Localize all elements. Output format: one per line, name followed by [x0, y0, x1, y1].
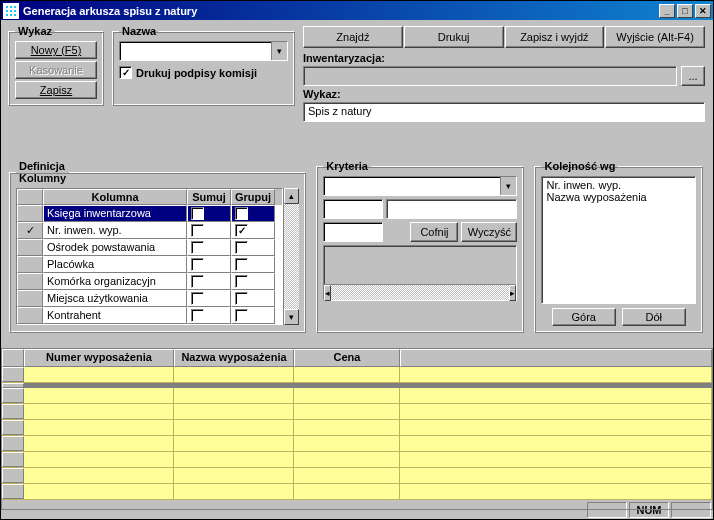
def-row[interactable]: Księga inwentarzowa [17, 205, 282, 222]
maximize-button[interactable]: □ [677, 4, 693, 18]
kolejnosc-group: Kolejność wg Nr. inwen. wyp. Nazwa wypos… [534, 160, 703, 333]
window-title: Generacja arkusza spisu z natury [23, 5, 657, 17]
nazwa-legend: Nazwa [119, 25, 159, 37]
cofnij-button[interactable]: Cofnij [410, 222, 458, 242]
table-row[interactable] [2, 468, 712, 484]
def-cell-grupuj[interactable] [231, 273, 275, 290]
inwentaryzacja-label: Inwentaryzacja: [303, 52, 385, 64]
minimize-button[interactable]: _ [659, 4, 675, 18]
app-icon [3, 3, 19, 19]
kasowanie-button: Kasowanie [15, 61, 97, 79]
dg-col-nazwa[interactable]: Nazwa wyposażenia [174, 349, 294, 367]
zapisz-button[interactable]: Zapisz [15, 81, 97, 99]
wykaz-label: Wykaz: [303, 88, 341, 100]
kolejnosc-listbox[interactable]: Nr. inwen. wyp. Nazwa wyposażenia [541, 176, 696, 304]
data-grid: Numer wyposażenia Nazwa wyposażenia Cena [1, 348, 713, 510]
wykaz-input[interactable]: Spis z natury [303, 102, 705, 122]
scroll-left-icon[interactable] [324, 285, 331, 301]
def-cell-grupuj[interactable] [231, 205, 275, 222]
nowy-button[interactable]: Nowy (F5) [15, 41, 97, 59]
list-item[interactable]: Nazwa wyposażenia [544, 191, 693, 203]
definicja-group: DefinicjaKolumny Kolumna Sumuj Grupuj Ks… [9, 160, 306, 333]
drukuj-podpisy-checkbox[interactable]: ✓ [119, 66, 132, 79]
nazwa-input[interactable] [120, 42, 271, 60]
wykaz-group: Wykaz Nowy (F5) Kasowanie Zapisz [8, 25, 104, 106]
inwentaryzacja-field [303, 66, 677, 86]
def-scrollbar[interactable] [283, 188, 299, 325]
def-row[interactable]: Placówka [17, 256, 282, 273]
col-header-kolumna[interactable]: Kolumna [43, 189, 187, 205]
list-item[interactable]: Nr. inwen. wyp. [544, 179, 693, 191]
table-row[interactable] [2, 452, 712, 468]
def-cell-grupuj[interactable] [231, 290, 275, 307]
def-cell-sumuj[interactable] [187, 222, 231, 239]
table-row[interactable] [2, 420, 712, 436]
col-header-sumuj[interactable]: Sumuj [187, 189, 231, 205]
nazwa-group: Nazwa ✓ Drukuj podpisy komisji [112, 25, 295, 106]
wyczysc-button[interactable]: Wyczyść [461, 222, 517, 242]
def-row[interactable]: Kontrahent [17, 307, 282, 324]
kryteria-legend: Kryteria [323, 160, 371, 172]
scroll-up-icon[interactable] [284, 188, 299, 204]
def-cell-sumuj[interactable] [187, 307, 231, 324]
def-cell-name: Ośrodek powstawania [43, 239, 187, 256]
inwentaryzacja-browse-button[interactable]: ... [681, 66, 705, 86]
wykaz-legend: Wykaz [15, 25, 55, 37]
dg-col-numer[interactable]: Numer wyposażenia [24, 349, 174, 367]
gora-button[interactable]: Góra [552, 308, 616, 326]
scroll-down-icon[interactable] [284, 309, 299, 325]
def-cell-name: Miejsca użytkowania [43, 290, 187, 307]
znajdz-button[interactable]: Znajdź [303, 26, 403, 48]
def-row[interactable]: Ośrodek powstawania [17, 239, 282, 256]
def-cell-name: Kontrahent [43, 307, 187, 324]
def-cell-sumuj[interactable] [187, 290, 231, 307]
close-button[interactable]: ✕ [695, 4, 711, 18]
kryteria-combo-1[interactable] [323, 176, 517, 196]
definicja-legend: DefinicjaKolumny [16, 160, 69, 184]
kryteria-group: Kryteria [316, 160, 524, 333]
dg-col-cena[interactable]: Cena [294, 349, 400, 367]
def-cell-grupuj[interactable] [231, 239, 275, 256]
chevron-down-icon[interactable] [500, 177, 516, 195]
titlebar: Generacja arkusza spisu z natury _ □ ✕ [1, 1, 713, 20]
drukuj-podpisy-label: Drukuj podpisy komisji [136, 67, 257, 79]
table-row[interactable] [2, 436, 712, 452]
def-row[interactable]: Komórka organizacyjn [17, 273, 282, 290]
def-cell-sumuj[interactable] [187, 205, 231, 222]
chevron-down-icon[interactable] [271, 42, 287, 60]
table-row[interactable] [2, 404, 712, 420]
def-cell-sumuj[interactable] [187, 239, 231, 256]
wyjscie-button[interactable]: Wyjście (Alt-F4) [605, 26, 705, 48]
def-cell-name: Księga inwentarzowa [43, 205, 187, 222]
def-cell-sumuj[interactable] [187, 273, 231, 290]
def-cell-name: Placówka [43, 256, 187, 273]
dol-button[interactable]: Dół [622, 308, 686, 326]
kryteria-text-1[interactable] [386, 199, 517, 219]
col-header-grupuj[interactable]: Grupuj [231, 189, 275, 205]
def-cell-name: Komórka organizacyjn [43, 273, 187, 290]
zapisz-wyjdz-button[interactable]: Zapisz i wyjdź [505, 26, 605, 48]
nazwa-combo[interactable] [119, 41, 288, 61]
def-cell-sumuj[interactable] [187, 256, 231, 273]
kolejnosc-legend: Kolejność wg [541, 160, 618, 172]
def-row[interactable]: ✓ Nr. inwen. wyp. ✓ [17, 222, 282, 239]
kryteria-combo-3[interactable] [323, 222, 383, 242]
def-cell-grupuj[interactable]: ✓ [231, 222, 275, 239]
kryteria-combo-2[interactable] [323, 199, 383, 219]
kryteria-textarea[interactable] [323, 245, 517, 301]
def-row[interactable]: Miejsca użytkowania [17, 290, 282, 307]
table-row[interactable] [2, 367, 712, 383]
table-row[interactable] [2, 484, 712, 500]
def-cell-grupuj[interactable] [231, 256, 275, 273]
def-cell-name: Nr. inwen. wyp. [43, 222, 187, 239]
def-cell-grupuj[interactable] [231, 307, 275, 324]
drukuj-button[interactable]: Drukuj [404, 26, 504, 48]
scroll-right-icon[interactable] [509, 285, 516, 301]
table-row[interactable] [2, 388, 712, 404]
